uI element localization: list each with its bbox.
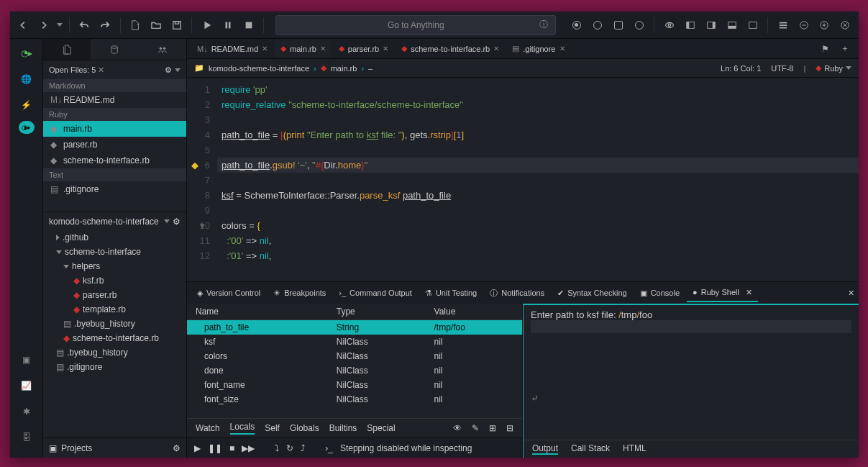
tree-folder[interactable]: scheme-to-interface [43, 245, 186, 259]
code-line[interactable]: colors = { [217, 218, 859, 233]
locals-row[interactable]: colorsNilClassnil [187, 349, 522, 363]
open-folder-button[interactable] [147, 15, 165, 35]
tab-close-icon[interactable]: ✕ [493, 45, 499, 53]
gear-icon[interactable]: ⚙ [165, 65, 181, 75]
layout-full-icon[interactable] [744, 15, 762, 35]
status-language[interactable]: Ruby [824, 64, 843, 73]
minimize-icon[interactable] [795, 15, 813, 35]
pause-button[interactable] [219, 15, 237, 35]
project-dropdown[interactable] [164, 219, 170, 223]
activity-graph-icon[interactable]: 📈 [15, 376, 38, 396]
stop-button[interactable] [239, 15, 257, 35]
tree-file[interactable]: ▤ .byebug_history [43, 317, 186, 331]
locals-subtab[interactable]: Watch [196, 423, 220, 433]
debug-play-icon[interactable]: ▶ [194, 443, 201, 453]
tree-file[interactable]: ◆ template.rb [43, 302, 186, 317]
tab-close-icon[interactable]: ✕ [746, 288, 752, 297]
layout-left-icon[interactable] [681, 15, 699, 35]
record-pause-icon[interactable] [588, 15, 606, 35]
code-line[interactable]: require 'pp' [217, 82, 859, 97]
projects-gear[interactable]: ⚙ [173, 443, 181, 453]
panel-tab[interactable]: ◈Version Control [191, 284, 266, 302]
layout-right-icon[interactable] [702, 15, 720, 35]
nav-dropdown[interactable] [56, 15, 63, 35]
tab-add-icon[interactable]: ＋ [836, 39, 854, 59]
editor-tab[interactable]: ◆parser.rb✕ [333, 40, 394, 58]
editor-tab[interactable]: ▤.gitignore✕ [506, 40, 570, 58]
breadcrumb-file[interactable]: main.rb [331, 64, 357, 73]
record-stop-icon[interactable] [609, 15, 627, 35]
layout-bottom-icon[interactable] [723, 15, 741, 35]
activity-debug-icon[interactable]: ◔▸ [15, 43, 38, 63]
code-line[interactable] [217, 173, 859, 188]
activity-bolt-icon[interactable]: ⚡ [15, 95, 38, 115]
remove-icon[interactable]: ⊟ [506, 423, 513, 433]
open-file-item[interactable]: ◆scheme-to-interface.rb [43, 153, 186, 168]
debug-stepout-icon[interactable]: ⤴ [301, 443, 305, 453]
panel-tab[interactable]: ✔Syntax Checking [552, 284, 633, 302]
preview-icon[interactable] [660, 15, 678, 35]
panel-tab[interactable]: ☀Breakpoints [268, 284, 332, 302]
eye-icon[interactable]: 👁 [453, 423, 462, 433]
tree-file[interactable]: ◆ scheme-to-interface.rb [43, 331, 186, 345]
open-file-item[interactable]: ◆main.rb [43, 121, 186, 137]
tree-folder[interactable]: .github [43, 230, 186, 245]
open-file-item[interactable]: ◆parser.rb [43, 137, 186, 153]
nav-back-button[interactable] [14, 15, 32, 35]
debug-prompt-icon[interactable]: ›_ [325, 443, 333, 453]
tree-file[interactable]: ◆ ksf.rb [43, 273, 186, 288]
panel-tab[interactable]: ▣Console [634, 284, 685, 302]
tree-folder[interactable]: helpers [43, 259, 186, 273]
editor-tab[interactable]: ◆scheme-to-interface.rb✕ [396, 40, 505, 58]
shell-subtab[interactable]: Call Stack [571, 443, 610, 455]
sidebar-tab-collab[interactable] [139, 39, 186, 60]
locals-row[interactable]: font_nameNilClassnil [187, 378, 522, 392]
tree-file[interactable]: ▤ .byebug_history [43, 345, 186, 360]
sidebar-tab-files[interactable] [43, 39, 91, 60]
activity-badge-icon[interactable]: ◑▸ [19, 121, 35, 134]
locals-subtab[interactable]: Globals [290, 423, 319, 433]
play-button[interactable] [198, 15, 216, 35]
tab-close-icon[interactable]: ✕ [383, 45, 388, 53]
tree-file[interactable]: ▤ .gitignore [43, 360, 186, 374]
undo-button[interactable] [76, 15, 93, 35]
panel-tab[interactable]: ›_Command Output [333, 284, 418, 302]
locals-header[interactable]: Value [426, 304, 522, 320]
panel-tab[interactable]: ●Ruby Shell✕ [687, 284, 758, 302]
record-play-icon[interactable] [630, 15, 648, 35]
locals-row[interactable]: doneNilClassnil [187, 363, 522, 378]
debug-pause-icon[interactable]: ❚❚ [208, 443, 222, 453]
locals-subtab[interactable]: Special [367, 423, 395, 433]
status-encoding[interactable]: UTF-8 [771, 64, 793, 73]
code-editor[interactable]: 12345◆6789▾101112 require 'pp'require_re… [187, 78, 859, 281]
locals-row[interactable]: ksfNilClassnil [187, 335, 522, 349]
breadcrumb-more[interactable]: – [368, 64, 373, 73]
open-files-close[interactable]: ✕ [98, 65, 104, 74]
locals-header[interactable]: Name [187, 304, 328, 320]
code-line[interactable] [217, 203, 859, 218]
tab-flag-icon[interactable]: ⚑ [816, 39, 834, 59]
shell-output[interactable]: Enter path to ksf file: /tmp/foo ⤶ [524, 305, 859, 440]
locals-row[interactable]: path_to_fileString/tmp/foo [187, 320, 522, 335]
shell-subtab[interactable]: Output [532, 443, 558, 455]
sidebar-tab-db[interactable] [91, 39, 138, 60]
record-start-icon[interactable] [567, 15, 585, 35]
nav-forward-button[interactable] [35, 15, 53, 35]
locals-row[interactable]: font_sizeNilClassnil [187, 392, 522, 407]
code-line[interactable]: ksf = SchemeToInterface::Parser.parse_ks… [217, 188, 859, 203]
locals-subtab[interactable]: Locals [230, 422, 255, 435]
maximize-icon[interactable] [816, 15, 833, 35]
debug-stepover-icon[interactable]: ↻ [286, 443, 293, 453]
breadcrumb-folder[interactable]: komodo-scheme-to-interface [209, 64, 309, 73]
locals-subtab[interactable]: Builtins [329, 423, 357, 433]
add-icon[interactable]: ⊞ [489, 423, 496, 433]
tab-close-icon[interactable]: ✕ [262, 45, 268, 53]
debug-fastforward-icon[interactable]: ▶▶ [242, 443, 255, 453]
status-line-col[interactable]: Ln: 6 Col: 1 [721, 64, 761, 73]
activity-terminal-icon[interactable]: ▣ [15, 350, 38, 370]
save-button[interactable] [168, 15, 186, 35]
tab-close-icon[interactable]: ✕ [320, 45, 326, 53]
project-gear-icon[interactable]: ⚙ [173, 217, 181, 227]
code-line[interactable]: require_relative "scheme-to-interface/sc… [217, 97, 859, 112]
locals-header[interactable]: Type [328, 304, 426, 320]
